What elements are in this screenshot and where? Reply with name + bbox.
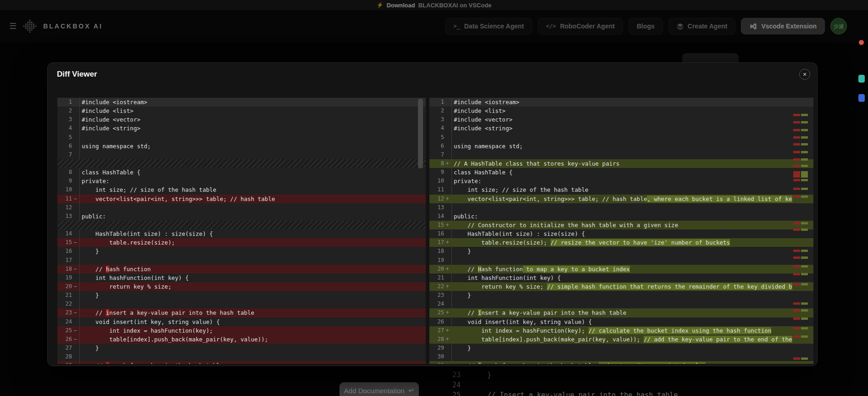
ruler-removed-mark — [793, 327, 800, 329]
ruler-added-mark — [801, 114, 808, 116]
ruler-removed-mark — [793, 335, 800, 338]
ruler-added-mark — [801, 283, 808, 285]
line-number: 6 — [57, 142, 79, 151]
line-number: 3 — [429, 115, 451, 124]
line-number: 15+ — [429, 221, 451, 229]
diff-code-row: 25− int index = hashFunction(key); — [57, 326, 426, 335]
line-number: 21 — [57, 291, 79, 300]
ruler-removed-mark — [793, 357, 800, 360]
diff-code-row: 9class HashTable { — [429, 168, 813, 177]
diff-code-row: 22 — [57, 300, 426, 308]
diff-code-row: 3#include <vector> — [57, 115, 426, 124]
ruler-removed-mark — [793, 250, 800, 252]
line-number: 9 — [57, 177, 79, 185]
diff-code-row: 16 HashTable(int size) : size(size) { — [429, 229, 813, 238]
page: ⚡ Download BLACKBOXAI on VSCode ☰ BLACKB… — [0, 0, 868, 396]
diff-viewer-modal: Diff Viewer ✕ 1#include <iostream>2#incl… — [47, 62, 818, 366]
modal-title: Diff Viewer — [57, 70, 97, 79]
scrollbar-thumb[interactable] — [418, 99, 423, 168]
line-number: 4 — [429, 124, 451, 133]
line-number: 23− — [57, 308, 79, 317]
line-number: 23 — [429, 291, 451, 300]
line-number: 13 — [429, 203, 451, 212]
line-number: 20+ — [429, 265, 451, 273]
diff-code-row: 15+ // Constructor to initialize the has… — [429, 221, 813, 229]
diff-overview-ruler[interactable] — [793, 98, 810, 364]
diff-code-row: 5 — [429, 133, 813, 142]
diff-code-row: 24 — [429, 300, 813, 308]
ruler-added-mark — [801, 273, 808, 275]
diff-code-row: 19 int hashFunction(int key) { — [57, 273, 426, 282]
ruler-removed-mark — [793, 114, 800, 116]
diff-code-row: 20+ // Hash function to map a key to a b… — [429, 265, 813, 273]
diff-code-row: 31+ // Search for a key in the hash tabl… — [429, 361, 813, 364]
ruler-removed-mark — [793, 309, 800, 312]
diff-code-row: 23− // insert a key-value pair into the … — [57, 308, 426, 317]
line-number: 24 — [429, 300, 451, 308]
ruler-added-mark — [801, 136, 808, 139]
line-number: 28 — [57, 352, 79, 361]
diff-spacer-row — [57, 159, 426, 168]
line-number: 2 — [429, 106, 451, 115]
line-number: 27 — [57, 344, 79, 352]
diff-pane-original[interactable]: 1#include <iostream>2#include <list>3#in… — [57, 98, 426, 364]
line-number: 14 — [57, 229, 79, 238]
diff-code-row: 3#include <vector> — [429, 115, 813, 124]
line-number: 10 — [57, 185, 79, 194]
ruler-added-mark — [801, 318, 808, 320]
ruler-added-mark — [801, 229, 808, 231]
ruler-added-mark — [801, 250, 808, 252]
ruler-removed-mark — [793, 257, 800, 259]
ruler-added-mark — [801, 222, 808, 224]
diff-container: 1#include <iostream>2#include <list>3#in… — [57, 98, 813, 364]
line-number: 12+ — [429, 195, 451, 203]
scroll-marker-teal-icon — [858, 75, 865, 83]
diff-spacer-row — [57, 221, 426, 229]
line-number: 15− — [57, 238, 79, 247]
diff-code-row: 9private: — [57, 177, 426, 185]
line-number: 16 — [57, 247, 79, 256]
diff-code-row: 19 — [429, 256, 813, 265]
line-number: 9 — [429, 168, 451, 177]
ruler-removed-mark — [793, 273, 800, 275]
diff-code-row: 29− // search for a key in the hash tabl… — [57, 361, 426, 364]
line-number: 27+ — [429, 326, 451, 335]
diff-code-row: 28 — [57, 352, 426, 361]
diff-pane-modified[interactable]: 1#include <iostream>2#include <list>3#in… — [429, 98, 813, 364]
diff-code-row: 20− return key % size; — [57, 282, 426, 291]
diff-code-row: 30 — [429, 352, 813, 361]
diff-code-row: 2#include <list> — [429, 106, 813, 115]
diff-code-row: 14public: — [429, 212, 813, 221]
diff-code-row: 13 — [429, 203, 813, 212]
line-number: 7 — [57, 151, 79, 159]
diff-code-row: 10private: — [429, 177, 813, 185]
ruler-removed-mark — [793, 188, 800, 190]
diff-code-row: 8+// A HashTable class that stores key-v… — [429, 159, 813, 168]
diff-code-row: 28+ table[index].push_back(make_pair(key… — [429, 335, 813, 344]
ruler-added-mark — [801, 143, 808, 145]
diff-code-row: 24 void insert(int key, string value) { — [57, 318, 426, 326]
diff-code-row: 27+ int index = hashFunction(key); // ca… — [429, 326, 813, 335]
diff-code-row: 16 } — [57, 247, 426, 256]
ruler-removed-mark — [793, 179, 800, 181]
ruler-removed-mark — [793, 222, 800, 224]
ruler-added-mark — [801, 302, 808, 305]
line-number: 3 — [57, 115, 79, 124]
line-number: 6 — [429, 142, 451, 151]
line-number: 14 — [429, 212, 451, 221]
diff-code-row: 23 } — [429, 291, 813, 300]
ruler-added-mark — [801, 158, 808, 161]
ruler-added-mark — [801, 309, 808, 312]
diff-code-row: 10 int size; // size of the hash table — [57, 185, 426, 194]
close-button[interactable]: ✕ — [799, 69, 810, 80]
line-number: 5 — [429, 133, 451, 142]
diff-code-row: 5 — [57, 133, 426, 142]
diff-code-row: 25+ // Insert a key-value pair into the … — [429, 308, 813, 317]
diff-code-row: 7 — [57, 151, 426, 159]
diff-code-row: 12 — [57, 203, 426, 212]
line-number: 24 — [57, 318, 79, 326]
diff-code-row: 26− table[index].push_back(make_pair(key… — [57, 335, 426, 344]
line-number: 8 — [57, 168, 79, 177]
line-number: 8+ — [429, 159, 451, 168]
line-number: 10 — [429, 177, 451, 185]
